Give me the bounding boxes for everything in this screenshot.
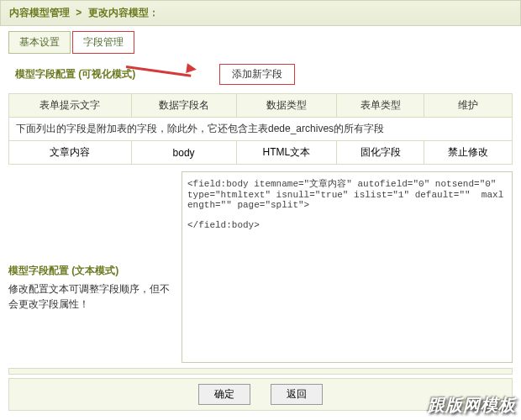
section-visual-mode: 模型字段配置 (可视化模式) 添加新字段 xyxy=(8,59,513,90)
table-note-row: 下面列出的字段是附加表的字段，除此外，它还包含主表dede_archives的所… xyxy=(9,118,513,141)
lower-section: 模型字段配置 (文本模式) 修改配置文本可调整字段顺序，但不会更改字段属性！ <… xyxy=(8,171,513,363)
th-formtype: 表单类型 xyxy=(336,94,424,118)
text-mode-desc: 修改配置文本可调整字段顺序，但不会更改字段属性！ xyxy=(8,281,176,312)
cell-datatype: HTML文本 xyxy=(236,141,336,165)
cell-formtype: 固化字段 xyxy=(336,141,424,165)
breadcrumb-sep: > xyxy=(76,7,82,18)
th-fieldname: 数据字段名 xyxy=(131,94,236,118)
th-maintain: 维护 xyxy=(424,94,513,118)
table-note: 下面列出的字段是附加表的字段，除此外，它还包含主表dede_archives的所… xyxy=(9,118,513,141)
th-prompt: 表单提示文字 xyxy=(9,94,132,118)
cell-fieldname: body xyxy=(131,141,236,165)
cell-maintain: 禁止修改 xyxy=(424,141,513,165)
breadcrumb-root[interactable]: 内容模型管理 xyxy=(9,7,70,18)
tab-basic-settings[interactable]: 基本设置 xyxy=(8,31,71,54)
fields-table: 表单提示文字 数据字段名 数据类型 表单类型 维护 下面列出的字段是附加表的字段… xyxy=(8,93,513,165)
cell-prompt: 文章内容 xyxy=(9,141,132,165)
table-row: 文章内容 body HTML文本 固化字段 禁止修改 xyxy=(9,141,513,165)
code-textarea[interactable]: <field:body itemname="文章内容" autofield="0… xyxy=(182,171,513,363)
watermark: 跟版网模板 xyxy=(428,394,516,417)
divider-bar xyxy=(8,368,513,375)
back-button[interactable]: 返回 xyxy=(271,384,323,405)
text-mode-panel: 模型字段配置 (文本模式) 修改配置文本可调整字段顺序，但不会更改字段属性！ xyxy=(8,171,176,363)
table-header-row: 表单提示文字 数据字段名 数据类型 表单类型 维护 xyxy=(9,94,513,118)
tab-field-manage[interactable]: 字段管理 xyxy=(72,31,134,54)
breadcrumb-current: 更改内容模型： xyxy=(88,7,159,18)
add-field-button[interactable]: 添加新字段 xyxy=(219,64,295,85)
breadcrumb: 内容模型管理 > 更改内容模型： xyxy=(0,0,521,26)
ok-button[interactable]: 确定 xyxy=(198,384,250,405)
text-mode-title: 模型字段配置 (文本模式) xyxy=(8,264,176,278)
th-datatype: 数据类型 xyxy=(236,94,336,118)
section-visual-title: 模型字段配置 (可视化模式) xyxy=(15,67,135,81)
tabs: 基本设置 字段管理 xyxy=(8,31,513,54)
